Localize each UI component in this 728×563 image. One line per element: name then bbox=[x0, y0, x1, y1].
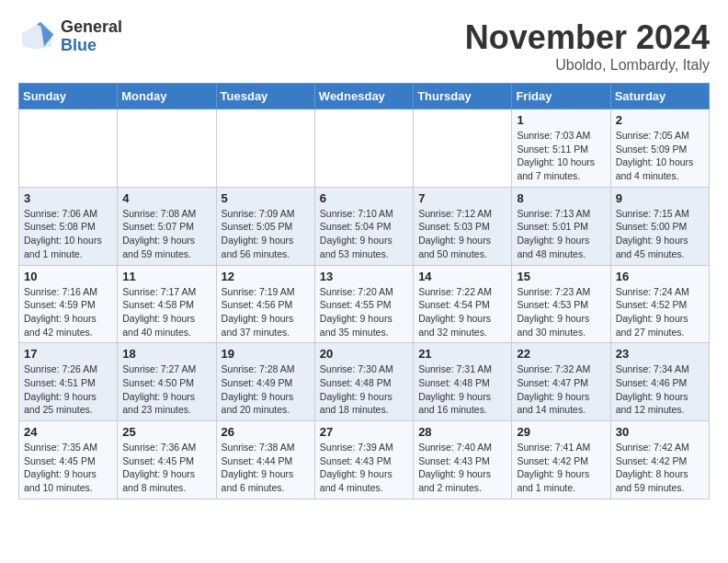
calendar-cell: 15Sunrise: 7:23 AM Sunset: 4:53 PM Dayli… bbox=[512, 265, 610, 343]
calendar-week-4: 17Sunrise: 7:26 AM Sunset: 4:51 PM Dayli… bbox=[19, 343, 710, 421]
day-number: 17 bbox=[24, 347, 112, 361]
day-number: 3 bbox=[24, 191, 112, 205]
day-number: 26 bbox=[222, 425, 310, 439]
calendar-cell: 4Sunrise: 7:08 AM Sunset: 5:07 PM Daylig… bbox=[118, 187, 216, 265]
calendar-cell: 12Sunrise: 7:19 AM Sunset: 4:56 PM Dayli… bbox=[216, 265, 314, 343]
calendar-week-5: 24Sunrise: 7:35 AM Sunset: 4:45 PM Dayli… bbox=[19, 421, 710, 500]
day-number: 13 bbox=[320, 270, 408, 283]
day-info: Sunrise: 7:03 AM Sunset: 5:11 PM Dayligh… bbox=[517, 129, 605, 183]
day-info: Sunrise: 7:15 AM Sunset: 5:00 PM Dayligh… bbox=[616, 207, 704, 261]
day-number: 16 bbox=[616, 270, 704, 283]
day-info: Sunrise: 7:19 AM Sunset: 4:56 PM Dayligh… bbox=[222, 285, 310, 339]
day-info: Sunrise: 7:42 AM Sunset: 4:42 PM Dayligh… bbox=[616, 441, 704, 495]
day-info: Sunrise: 7:08 AM Sunset: 5:07 PM Dayligh… bbox=[122, 207, 210, 261]
day-number: 30 bbox=[616, 425, 704, 439]
day-info: Sunrise: 7:34 AM Sunset: 4:46 PM Dayligh… bbox=[616, 362, 704, 417]
day-info: Sunrise: 7:20 AM Sunset: 4:55 PM Dayligh… bbox=[320, 285, 408, 339]
calendar-cell: 14Sunrise: 7:22 AM Sunset: 4:54 PM Dayli… bbox=[414, 265, 512, 343]
calendar-cell: 8Sunrise: 7:13 AM Sunset: 5:01 PM Daylig… bbox=[512, 187, 610, 265]
calendar-header-wednesday: Wednesday bbox=[314, 84, 413, 109]
calendar-header-monday: Monday bbox=[118, 84, 216, 109]
calendar-cell: 30Sunrise: 7:42 AM Sunset: 4:42 PM Dayli… bbox=[610, 421, 709, 500]
calendar-cell: 24Sunrise: 7:35 AM Sunset: 4:45 PM Dayli… bbox=[19, 421, 118, 500]
day-info: Sunrise: 7:36 AM Sunset: 4:45 PM Dayligh… bbox=[122, 441, 210, 495]
calendar-cell: 1Sunrise: 7:03 AM Sunset: 5:11 PM Daylig… bbox=[512, 109, 610, 188]
day-info: Sunrise: 7:24 AM Sunset: 4:52 PM Dayligh… bbox=[616, 285, 704, 339]
day-info: Sunrise: 7:09 AM Sunset: 5:05 PM Dayligh… bbox=[222, 207, 310, 261]
calendar-cell bbox=[216, 109, 314, 188]
calendar-cell bbox=[19, 109, 118, 188]
day-number: 25 bbox=[122, 425, 210, 439]
day-info: Sunrise: 7:13 AM Sunset: 5:01 PM Dayligh… bbox=[517, 207, 605, 261]
calendar-cell: 10Sunrise: 7:16 AM Sunset: 4:59 PM Dayli… bbox=[19, 265, 118, 343]
logo-blue-text: Blue bbox=[61, 37, 122, 55]
calendar-cell bbox=[414, 109, 512, 188]
day-info: Sunrise: 7:17 AM Sunset: 4:58 PM Dayligh… bbox=[122, 285, 210, 339]
calendar-cell: 20Sunrise: 7:30 AM Sunset: 4:48 PM Dayli… bbox=[314, 343, 413, 421]
day-number: 24 bbox=[24, 425, 112, 439]
calendar-header-saturday: Saturday bbox=[610, 84, 709, 109]
calendar-cell: 11Sunrise: 7:17 AM Sunset: 4:58 PM Dayli… bbox=[118, 265, 216, 343]
day-info: Sunrise: 7:41 AM Sunset: 4:42 PM Dayligh… bbox=[517, 441, 605, 495]
day-number: 22 bbox=[517, 347, 605, 361]
calendar-cell: 17Sunrise: 7:26 AM Sunset: 4:51 PM Dayli… bbox=[19, 343, 118, 421]
page-header: General Blue November 2024 Uboldo, Lomba… bbox=[18, 18, 710, 74]
logo-text: General Blue bbox=[61, 18, 122, 55]
calendar-cell: 16Sunrise: 7:24 AM Sunset: 4:52 PM Dayli… bbox=[610, 265, 709, 343]
calendar-cell: 29Sunrise: 7:41 AM Sunset: 4:42 PM Dayli… bbox=[512, 421, 610, 500]
day-info: Sunrise: 7:38 AM Sunset: 4:44 PM Dayligh… bbox=[222, 441, 310, 495]
calendar-cell: 5Sunrise: 7:09 AM Sunset: 5:05 PM Daylig… bbox=[216, 187, 314, 265]
day-info: Sunrise: 7:10 AM Sunset: 5:04 PM Dayligh… bbox=[320, 207, 408, 261]
calendar-header-thursday: Thursday bbox=[414, 84, 512, 109]
day-number: 4 bbox=[122, 191, 210, 205]
day-info: Sunrise: 7:31 AM Sunset: 4:48 PM Dayligh… bbox=[418, 362, 506, 417]
day-number: 23 bbox=[616, 347, 704, 361]
day-info: Sunrise: 7:05 AM Sunset: 5:09 PM Dayligh… bbox=[616, 129, 704, 183]
location-text: Uboldo, Lombardy, Italy bbox=[465, 57, 710, 74]
day-info: Sunrise: 7:28 AM Sunset: 4:49 PM Dayligh… bbox=[222, 362, 310, 417]
calendar-cell: 27Sunrise: 7:39 AM Sunset: 4:43 PM Dayli… bbox=[314, 421, 413, 500]
calendar-cell: 26Sunrise: 7:38 AM Sunset: 4:44 PM Dayli… bbox=[216, 421, 314, 500]
logo-icon bbox=[18, 18, 55, 55]
calendar-cell: 7Sunrise: 7:12 AM Sunset: 5:03 PM Daylig… bbox=[414, 187, 512, 265]
day-info: Sunrise: 7:22 AM Sunset: 4:54 PM Dayligh… bbox=[418, 285, 506, 339]
day-number: 5 bbox=[222, 191, 310, 205]
calendar-week-3: 10Sunrise: 7:16 AM Sunset: 4:59 PM Dayli… bbox=[19, 265, 710, 343]
day-info: Sunrise: 7:30 AM Sunset: 4:48 PM Dayligh… bbox=[320, 362, 408, 417]
calendar-cell: 13Sunrise: 7:20 AM Sunset: 4:55 PM Dayli… bbox=[314, 265, 413, 343]
day-info: Sunrise: 7:39 AM Sunset: 4:43 PM Dayligh… bbox=[320, 441, 408, 495]
day-number: 11 bbox=[122, 270, 210, 283]
day-info: Sunrise: 7:27 AM Sunset: 4:50 PM Dayligh… bbox=[122, 362, 210, 417]
day-info: Sunrise: 7:23 AM Sunset: 4:53 PM Dayligh… bbox=[517, 285, 605, 339]
day-number: 7 bbox=[418, 191, 506, 205]
day-number: 29 bbox=[517, 425, 605, 439]
calendar-cell: 21Sunrise: 7:31 AM Sunset: 4:48 PM Dayli… bbox=[414, 343, 512, 421]
day-number: 6 bbox=[320, 191, 408, 205]
day-number: 9 bbox=[616, 191, 704, 205]
calendar-cell: 22Sunrise: 7:32 AM Sunset: 4:47 PM Dayli… bbox=[512, 343, 610, 421]
day-number: 2 bbox=[616, 113, 704, 127]
day-number: 19 bbox=[222, 347, 310, 361]
day-number: 27 bbox=[320, 425, 408, 439]
day-number: 21 bbox=[418, 347, 506, 361]
day-number: 18 bbox=[122, 347, 210, 361]
calendar-cell: 23Sunrise: 7:34 AM Sunset: 4:46 PM Dayli… bbox=[610, 343, 709, 421]
day-number: 1 bbox=[517, 113, 605, 127]
calendar-header-tuesday: Tuesday bbox=[216, 84, 314, 109]
day-info: Sunrise: 7:35 AM Sunset: 4:45 PM Dayligh… bbox=[24, 441, 112, 495]
day-number: 15 bbox=[517, 270, 605, 283]
calendar-cell: 2Sunrise: 7:05 AM Sunset: 5:09 PM Daylig… bbox=[610, 109, 709, 188]
calendar-week-2: 3Sunrise: 7:06 AM Sunset: 5:08 PM Daylig… bbox=[19, 187, 710, 265]
title-block: November 2024 Uboldo, Lombardy, Italy bbox=[465, 18, 710, 74]
calendar-cell: 3Sunrise: 7:06 AM Sunset: 5:08 PM Daylig… bbox=[19, 187, 118, 265]
calendar-cell: 28Sunrise: 7:40 AM Sunset: 4:43 PM Dayli… bbox=[414, 421, 512, 500]
day-info: Sunrise: 7:32 AM Sunset: 4:47 PM Dayligh… bbox=[517, 362, 605, 417]
day-info: Sunrise: 7:12 AM Sunset: 5:03 PM Dayligh… bbox=[418, 207, 506, 261]
day-number: 28 bbox=[418, 425, 506, 439]
day-number: 8 bbox=[517, 191, 605, 205]
calendar-week-1: 1Sunrise: 7:03 AM Sunset: 5:11 PM Daylig… bbox=[19, 109, 710, 188]
month-title: November 2024 bbox=[465, 18, 710, 57]
calendar-cell bbox=[118, 109, 216, 188]
calendar-header-friday: Friday bbox=[512, 84, 610, 109]
calendar-header-sunday: Sunday bbox=[19, 84, 118, 109]
